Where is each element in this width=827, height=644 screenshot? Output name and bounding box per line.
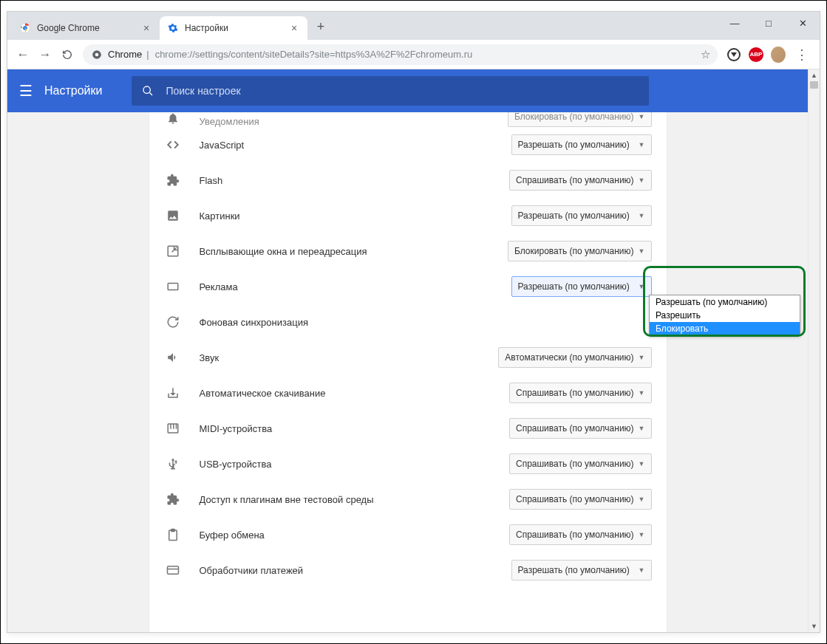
usb-icon xyxy=(164,455,182,473)
reload-button[interactable] xyxy=(56,44,78,66)
close-icon[interactable]: × xyxy=(140,22,152,34)
bookmark-star-icon[interactable]: ☆ xyxy=(701,48,710,61)
permission-label: Буфер обмена xyxy=(200,530,509,541)
permission-row-4: Всплывающие окна и переадресацияБлокиров… xyxy=(149,233,667,269)
chevron-down-icon: ▼ xyxy=(639,354,645,361)
permission-label: JavaScript xyxy=(200,140,511,151)
chrome-icon xyxy=(90,48,103,61)
permission-row-7: ЗвукАвтоматически (по умолчанию)▼ xyxy=(149,340,667,375)
permission-select[interactable]: Спрашивать (по умолчанию)▼ xyxy=(509,524,652,545)
extension-icons: ABP ⋮ xyxy=(722,47,815,63)
tab-strip: Google Chrome × Настройки × + xyxy=(7,12,331,40)
select-value: Разрешать (по умолчанию) xyxy=(518,210,630,221)
maximize-button[interactable]: □ xyxy=(752,12,786,34)
close-icon[interactable]: × xyxy=(288,22,300,34)
dropdown-option[interactable]: Разрешать (по умолчанию) xyxy=(650,295,800,309)
url-host: Chrome xyxy=(108,49,142,60)
puzzle-icon xyxy=(164,171,182,189)
gear-favicon xyxy=(167,22,179,34)
browser-window: Google Chrome × Настройки × + — □ ✕ ← → xyxy=(7,11,820,633)
permission-row-11: Доступ к плагинам вне тестовой средыСпра… xyxy=(149,482,667,517)
select-value: Спрашивать (по умолчанию) xyxy=(516,423,634,434)
menu-button[interactable]: ⋮ xyxy=(793,47,811,63)
content-area: ☰ Настройки Поиск настроек УведомленияБл… xyxy=(7,69,820,632)
chevron-down-icon: ▼ xyxy=(639,460,645,467)
yandex-icon[interactable] xyxy=(726,47,741,62)
tab-settings[interactable]: Настройки × xyxy=(160,16,307,40)
svg-rect-9 xyxy=(171,530,174,532)
chrome-favicon xyxy=(19,22,31,34)
permission-select[interactable]: Спрашивать (по умолчанию)▼ xyxy=(509,383,652,403)
permission-row-6: Фоновая синхронизация xyxy=(149,304,667,340)
address-bar[interactable]: Chrome | chrome://settings/content/siteD… xyxy=(83,44,718,65)
download-icon xyxy=(164,384,182,402)
permission-select[interactable]: Разрешать (по умолчанию)▼ xyxy=(511,276,652,297)
code-icon xyxy=(164,136,182,154)
bell-icon xyxy=(164,112,182,127)
menu-icon[interactable]: ☰ xyxy=(7,82,44,100)
chevron-down-icon: ▼ xyxy=(639,566,645,574)
permission-select[interactable]: Спрашивать (по умолчанию)▼ xyxy=(509,170,652,191)
chevron-down-icon: ▼ xyxy=(639,141,645,148)
search-placeholder: Поиск настроек xyxy=(166,85,240,97)
permission-row-10: USB-устройстваСпрашивать (по умолчанию)▼ xyxy=(149,446,667,482)
permission-label: MIDI-устройства xyxy=(200,423,509,434)
profile-avatar[interactable] xyxy=(771,47,786,62)
permission-select[interactable]: Спрашивать (по умолчанию)▼ xyxy=(509,489,652,510)
chevron-down-icon: ▼ xyxy=(639,496,645,503)
search-icon xyxy=(142,85,154,97)
clipboard-icon xyxy=(164,526,182,544)
permission-row-0: УведомленияБлокировать (по умолчанию)▼ xyxy=(149,112,667,127)
permission-select[interactable]: Разрешать (по умолчанию)▼ xyxy=(511,134,652,155)
close-window-button[interactable]: ✕ xyxy=(786,12,820,34)
new-tab-button[interactable]: + xyxy=(310,16,331,37)
chevron-down-icon: ▼ xyxy=(639,531,645,538)
permission-select[interactable]: Блокировать (по умолчанию)▼ xyxy=(508,112,652,127)
scroll-up-button[interactable]: ▲ xyxy=(809,69,820,81)
permission-label: Автоматическое скачивание xyxy=(200,388,509,399)
chevron-down-icon: ▼ xyxy=(639,283,645,290)
tab-label: Настройки xyxy=(185,23,228,33)
permission-row-12: Буфер обменаСпрашивать (по умолчанию)▼ xyxy=(149,517,667,552)
scroll-down-button[interactable]: ▼ xyxy=(809,620,820,632)
settings-search[interactable]: Поиск настроек xyxy=(132,76,649,106)
tab-chrome[interactable]: Google Chrome × xyxy=(12,16,160,40)
permission-select[interactable]: Разрешать (по умолчанию)▼ xyxy=(511,560,652,580)
dropdown-option[interactable]: Разрешить xyxy=(650,309,800,322)
permission-dropdown[interactable]: Разрешать (по умолчанию)РазрешитьБлокиро… xyxy=(649,295,800,336)
permission-row-5: РекламаРазрешать (по умолчанию)▼ xyxy=(149,269,667,304)
select-value: Разрешать (по умолчанию) xyxy=(518,281,630,292)
ads-icon xyxy=(164,278,182,295)
chevron-down-icon: ▼ xyxy=(639,389,645,397)
chevron-down-icon: ▼ xyxy=(639,247,645,255)
adblock-icon[interactable]: ABP xyxy=(749,47,763,62)
permission-row-13: Обработчики платежейРазрешать (по умолча… xyxy=(149,552,667,588)
vertical-scrollbar[interactable]: ▲ ▼ xyxy=(808,69,820,632)
minimize-button[interactable]: — xyxy=(718,12,752,34)
popup-icon xyxy=(164,242,182,260)
select-value: Спрашивать (по умолчанию) xyxy=(516,530,634,540)
scroll-thumb[interactable] xyxy=(810,81,818,89)
select-value: Спрашивать (по умолчанию) xyxy=(516,175,634,185)
card-icon xyxy=(164,561,182,579)
browser-toolbar: ← → Chrome | chrome://settings/content/s… xyxy=(7,40,820,69)
permission-select[interactable]: Автоматически (по умолчанию)▼ xyxy=(498,347,651,368)
permission-label: Доступ к плагинам вне тестовой среды xyxy=(200,494,509,505)
permission-select[interactable]: Разрешать (по умолчанию)▼ xyxy=(511,205,652,226)
permissions-panel: УведомленияБлокировать (по умолчанию)▼Ja… xyxy=(149,112,667,632)
window-titlebar: Google Chrome × Настройки × + — □ ✕ xyxy=(7,12,820,40)
select-value: Разрешать (по умолчанию) xyxy=(518,140,630,150)
permission-label: Картинки xyxy=(200,210,511,222)
settings-body: УведомленияБлокировать (по умолчанию)▼Ja… xyxy=(7,112,808,632)
forward-button[interactable]: → xyxy=(34,44,56,66)
svg-rect-10 xyxy=(167,566,178,575)
permission-select[interactable]: Спрашивать (по умолчанию)▼ xyxy=(509,453,652,474)
select-value: Автоматически (по умолчанию) xyxy=(505,352,633,363)
dropdown-option[interactable]: Блокировать xyxy=(650,322,800,335)
chevron-down-icon: ▼ xyxy=(639,212,645,219)
permission-select[interactable]: Спрашивать (по умолчанию)▼ xyxy=(509,418,652,439)
permission-label: Уведомления xyxy=(200,116,508,127)
permission-select[interactable]: Блокировать (по умолчанию)▼ xyxy=(508,241,652,261)
back-button[interactable]: ← xyxy=(12,44,34,66)
midi-icon xyxy=(164,419,182,437)
